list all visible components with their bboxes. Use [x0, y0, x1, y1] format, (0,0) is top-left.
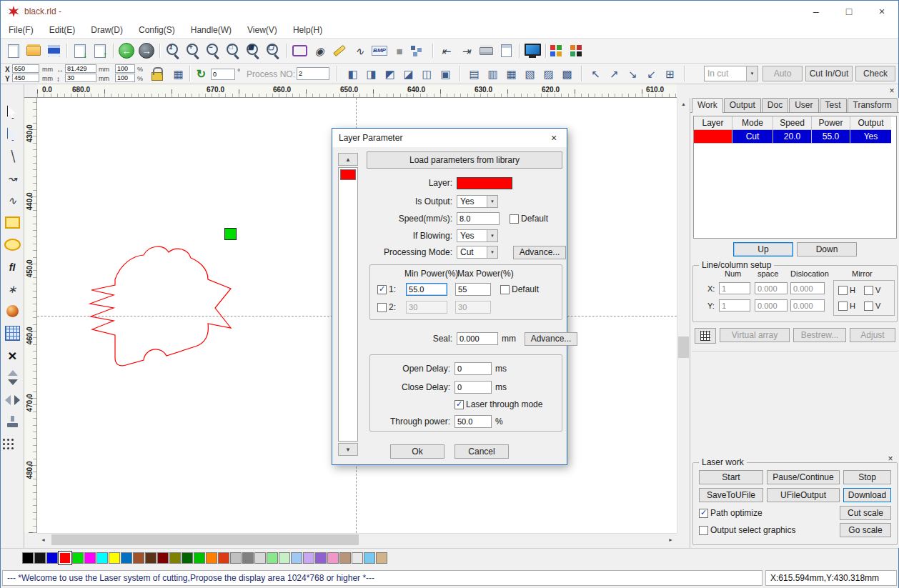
minimize-button[interactable]: –: [800, 1, 833, 22]
palette-color-swatch[interactable]: [352, 552, 363, 564]
scale-y-input[interactable]: [115, 74, 135, 82]
menu-edit[interactable]: Edit(E): [41, 25, 84, 35]
table-icon[interactable]: ▦: [169, 65, 187, 83]
palette-color-swatch[interactable]: [182, 552, 193, 564]
grid-tool-icon[interactable]: [3, 324, 22, 343]
palette-color-swatch[interactable]: [133, 552, 144, 564]
pick-point-icon[interactable]: ◉: [310, 41, 329, 60]
rotate-input[interactable]: [211, 69, 235, 80]
tab-doc[interactable]: Doc: [762, 98, 788, 112]
array-output-icon[interactable]: [550, 41, 568, 60]
menu-help[interactable]: Help(H): [285, 25, 330, 35]
zoom-out-icon[interactable]: −: [204, 41, 222, 60]
max-power-1-input[interactable]: [455, 283, 491, 296]
redo-icon[interactable]: →: [137, 41, 156, 60]
scroll-left-icon[interactable]: ◄: [37, 534, 49, 546]
tab-output[interactable]: Output: [724, 98, 761, 112]
align-left-icon[interactable]: ◧: [344, 65, 362, 83]
stop-button[interactable]: Stop: [843, 470, 891, 484]
mode-advance-button[interactable]: Advance...: [513, 246, 566, 259]
knife-icon[interactable]: [330, 41, 349, 60]
x-dislocation-input[interactable]: [790, 282, 825, 294]
palette-color-swatch[interactable]: [242, 552, 254, 564]
palette-color-swatch[interactable]: [279, 552, 290, 564]
layer-list-item[interactable]: [340, 169, 356, 180]
undo-icon[interactable]: ←: [117, 41, 136, 60]
layer-up-button[interactable]: Up: [733, 242, 793, 256]
download-button[interactable]: Download: [843, 488, 891, 502]
preview-icon[interactable]: [497, 41, 515, 60]
palette-color-swatch[interactable]: [72, 552, 84, 564]
min-power-1-input[interactable]: [406, 283, 447, 296]
layer-speed-cell[interactable]: 20.0: [773, 130, 812, 144]
palette-color-swatch[interactable]: [157, 552, 169, 564]
to-left-edge-icon[interactable]: ⇤: [437, 41, 455, 60]
palette-color-swatch[interactable]: [291, 552, 302, 564]
origin-topright-icon[interactable]: ↗: [605, 65, 623, 83]
dialog-title-bar[interactable]: Layer Parameter ×: [332, 129, 567, 147]
tab-user[interactable]: User: [789, 98, 818, 112]
palette-color-swatch[interactable]: [59, 552, 71, 564]
star-tool-icon[interactable]: ∗: [3, 279, 22, 299]
palette-color-swatch[interactable]: [218, 552, 229, 564]
palette-color-swatch[interactable]: [22, 552, 34, 564]
curve-tool-icon[interactable]: ∿: [3, 191, 22, 210]
palette-color-swatch[interactable]: [145, 552, 157, 564]
through-power-input[interactable]: [455, 415, 492, 428]
mirror-vertical-icon[interactable]: [3, 368, 22, 387]
group-nodes-icon[interactable]: [410, 41, 429, 60]
menu-file[interactable]: File(F): [1, 25, 41, 35]
scale-x-input[interactable]: [115, 64, 135, 73]
mirror-x-h-checkbox[interactable]: [838, 286, 848, 295]
palette-color-swatch[interactable]: [84, 552, 96, 564]
start-button[interactable]: Start: [699, 470, 763, 484]
align-bottom-icon[interactable]: ◪: [399, 65, 417, 83]
processing-mode-select[interactable]: Cut ▼: [457, 246, 498, 259]
close-delay-input[interactable]: [455, 381, 492, 394]
palette-color-swatch[interactable]: [46, 552, 58, 564]
origin-topleft-icon[interactable]: ↖: [587, 65, 605, 83]
tab-test[interactable]: Test: [820, 98, 847, 112]
open-folder-icon[interactable]: [24, 41, 43, 60]
layer-down-button[interactable]: Down: [797, 242, 857, 256]
palette-color-swatch[interactable]: [254, 552, 266, 564]
maximize-button[interactable]: □: [833, 1, 865, 22]
zoom-window-icon[interactable]: □: [224, 41, 242, 60]
palette-color-swatch[interactable]: [303, 552, 314, 564]
max-power-2-input[interactable]: [455, 301, 491, 314]
laser-through-mode-checkbox[interactable]: [455, 400, 464, 409]
mirror-y-v-checkbox[interactable]: [864, 302, 873, 311]
x-space-input[interactable]: [755, 282, 788, 294]
spline-icon[interactable]: ∿: [350, 41, 369, 60]
scroll-right-icon[interactable]: ►: [665, 534, 677, 546]
save-to-ufile-button[interactable]: SaveToUFile: [699, 488, 763, 502]
layer-color-swatch[interactable]: [457, 177, 512, 189]
menu-view[interactable]: View(V): [239, 25, 285, 35]
print-icon[interactable]: [477, 41, 495, 60]
bestrew-button[interactable]: Bestrew...: [793, 328, 846, 342]
load-parameters-button[interactable]: Load parameters from library: [367, 151, 562, 169]
height-input[interactable]: [65, 74, 96, 82]
offset-icon[interactable]: ▨: [540, 65, 557, 83]
palette-color-swatch[interactable]: [121, 552, 132, 564]
y-coord-input[interactable]: [12, 74, 39, 82]
pen-tool-icon[interactable]: [3, 302, 22, 321]
trim-icon[interactable]: ▥: [484, 65, 502, 83]
palette-color-swatch[interactable]: [267, 552, 278, 564]
align-right-icon[interactable]: ◨: [362, 65, 380, 83]
delete-tool-icon[interactable]: ×: [3, 346, 22, 365]
in-cut-select[interactable]: In cut ▼: [704, 66, 758, 81]
menu-handle[interactable]: Handle(W): [183, 25, 239, 35]
menu-draw[interactable]: Draw(D): [83, 25, 131, 35]
x-num-input[interactable]: [719, 282, 750, 294]
power-default-checkbox[interactable]: [500, 285, 510, 294]
save-icon[interactable]: [44, 41, 63, 60]
close-button[interactable]: ×: [865, 1, 898, 22]
y-dislocation-input[interactable]: [790, 299, 825, 312]
dialog-close-icon[interactable]: ×: [541, 129, 567, 147]
vertical-scroll-thumb[interactable]: [678, 337, 689, 358]
mirror-horizontal-icon[interactable]: [3, 390, 22, 409]
panel-close-icon[interactable]: ×: [887, 86, 897, 96]
vertical-scrollbar[interactable]: ▲ ▼: [677, 98, 689, 546]
layer-list-up-button[interactable]: ▲: [338, 153, 358, 166]
